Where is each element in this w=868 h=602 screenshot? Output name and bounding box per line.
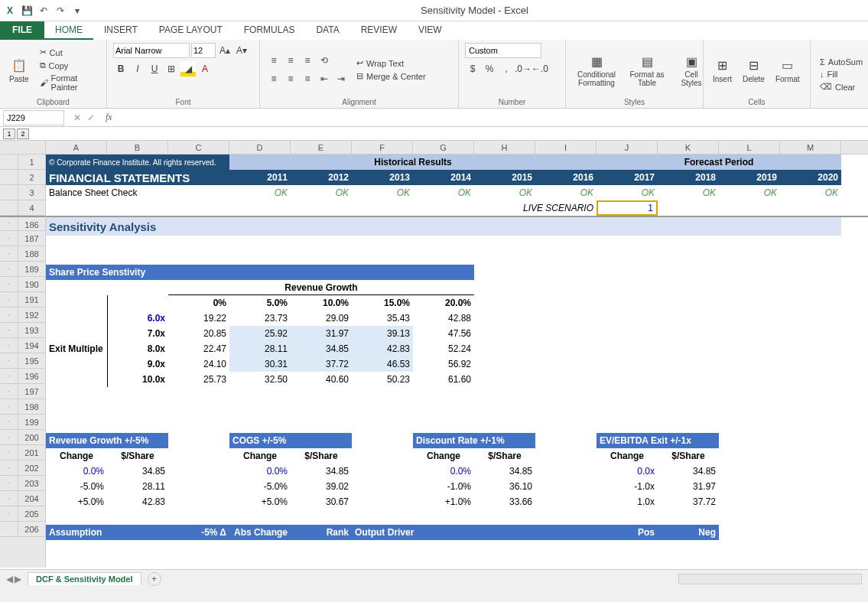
row-header[interactable]: ·189 bbox=[0, 262, 45, 277]
cell[interactable] bbox=[474, 265, 841, 280]
cell[interactable]: OK bbox=[474, 185, 535, 200]
cell[interactable]: $/Share bbox=[291, 448, 352, 464]
cell[interactable]: 46.53 bbox=[352, 356, 413, 372]
row-header[interactable]: 206 bbox=[0, 522, 45, 537]
indent-inc-button[interactable]: ⇥ bbox=[333, 71, 349, 86]
row-header[interactable]: ·197 bbox=[0, 384, 45, 399]
cell[interactable]: 52.24 bbox=[413, 341, 474, 356]
cell[interactable]: +5.0% bbox=[229, 494, 291, 509]
cell[interactable]: Change bbox=[597, 448, 658, 464]
cell[interactable] bbox=[658, 200, 841, 216]
cell[interactable]: 19.22 bbox=[168, 311, 229, 326]
cell[interactable]: OK bbox=[413, 185, 474, 200]
cell[interactable] bbox=[46, 326, 107, 341]
cell[interactable]: 39.13 bbox=[352, 326, 413, 341]
cell[interactable] bbox=[46, 356, 107, 372]
save-icon[interactable]: 💾 bbox=[20, 4, 34, 18]
cell[interactable] bbox=[474, 356, 841, 372]
cell[interactable]: FINANCIAL STATEMENTS bbox=[46, 170, 229, 185]
row-header[interactable]: ·192 bbox=[0, 308, 45, 323]
cell[interactable] bbox=[168, 464, 229, 479]
cell[interactable]: Revenue Growth +/-5% bbox=[46, 433, 168, 448]
percent-button[interactable]: % bbox=[482, 61, 497, 76]
cell[interactable]: 6.0x bbox=[107, 311, 168, 326]
cell[interactable]: 0.0x bbox=[597, 464, 658, 479]
shrink-font-button[interactable]: A▾ bbox=[234, 43, 249, 58]
cell[interactable] bbox=[352, 433, 413, 448]
add-sheet-button[interactable]: + bbox=[148, 572, 161, 586]
indent-dec-button[interactable]: ⇤ bbox=[317, 71, 332, 86]
spreadsheet-grid[interactable]: A B C D E F G H I J K L M 1234·186·187·1… bbox=[0, 141, 868, 569]
cell[interactable]: OK bbox=[229, 185, 291, 200]
autosum-button[interactable]: ΣAutoSum bbox=[817, 57, 866, 67]
cell[interactable]: Exit Multiple bbox=[46, 341, 107, 356]
cell[interactable]: 2019 bbox=[719, 170, 780, 185]
row-header[interactable]: ·188 bbox=[0, 246, 45, 262]
cell[interactable] bbox=[352, 479, 413, 494]
col-header[interactable]: H bbox=[474, 141, 535, 154]
align-right-button[interactable]: ≡ bbox=[300, 71, 315, 86]
cell[interactable]: 2018 bbox=[658, 170, 719, 185]
cell[interactable]: OK bbox=[597, 185, 658, 200]
cell[interactable]: Discount Rate +/-1% bbox=[413, 433, 535, 448]
cell[interactable]: LIVE SCENARIO bbox=[474, 200, 597, 216]
cell[interactable]: Output Driver bbox=[352, 525, 474, 540]
cell[interactable] bbox=[474, 525, 597, 540]
col-header[interactable]: I bbox=[535, 141, 597, 154]
cell[interactable]: © Corporate Finance Institute. All right… bbox=[46, 155, 229, 170]
row-header[interactable]: ·202 bbox=[0, 460, 45, 476]
cell[interactable]: 10.0% bbox=[291, 295, 352, 311]
align-left-button[interactable]: ≡ bbox=[266, 71, 281, 86]
cell[interactable]: -1.0% bbox=[413, 479, 474, 494]
cell[interactable] bbox=[352, 494, 413, 509]
cell[interactable]: 34.85 bbox=[474, 464, 535, 479]
cell[interactable]: -5.0% bbox=[46, 479, 107, 494]
cell[interactable]: 25.92 bbox=[229, 326, 291, 341]
cell[interactable]: 31.97 bbox=[291, 326, 352, 341]
cell[interactable]: 20.0% bbox=[413, 295, 474, 311]
col-header[interactable]: M bbox=[780, 141, 841, 154]
row-header[interactable]: ·196 bbox=[0, 369, 45, 384]
cell[interactable]: 2020 bbox=[780, 170, 841, 185]
clear-button[interactable]: ⌫Clear bbox=[817, 81, 866, 93]
comma-button[interactable]: , bbox=[499, 61, 514, 76]
row-header[interactable]: ·201 bbox=[0, 445, 45, 460]
cell[interactable]: +1.0% bbox=[413, 494, 474, 509]
tab-nav-next-icon[interactable]: ▶ bbox=[15, 574, 21, 584]
cell[interactable] bbox=[719, 494, 841, 509]
conditional-formatting-button[interactable]: ▦Conditional Formatting bbox=[572, 50, 621, 89]
cell[interactable] bbox=[168, 479, 229, 494]
paste-button[interactable]: 📋 Paste bbox=[6, 55, 32, 85]
cell[interactable]: -5.0% bbox=[229, 479, 291, 494]
row-header[interactable]: ·199 bbox=[0, 415, 45, 430]
cell[interactable]: $/Share bbox=[107, 448, 168, 464]
align-middle-button[interactable]: ≡ bbox=[283, 53, 298, 68]
row-header[interactable]: ·191 bbox=[0, 292, 45, 308]
cell[interactable]: 29.09 bbox=[291, 311, 352, 326]
cell[interactable]: 40.60 bbox=[291, 372, 352, 387]
row-header[interactable]: ·194 bbox=[0, 338, 45, 353]
cell[interactable]: Share Price Senstivity bbox=[46, 265, 474, 280]
cell[interactable]: 2014 bbox=[413, 170, 474, 185]
cell[interactable]: Change bbox=[46, 448, 107, 464]
cell[interactable] bbox=[107, 295, 168, 311]
cell[interactable] bbox=[46, 200, 474, 216]
tab-view[interactable]: VIEW bbox=[408, 21, 453, 40]
cell[interactable]: EV/EBITDA Exit +/-1x bbox=[597, 433, 719, 448]
tab-pagelayout[interactable]: PAGE LAYOUT bbox=[148, 21, 233, 40]
cell[interactable] bbox=[168, 433, 229, 448]
name-box[interactable] bbox=[3, 110, 64, 125]
cell[interactable]: 2011 bbox=[229, 170, 291, 185]
cell[interactable] bbox=[474, 311, 841, 326]
cell[interactable] bbox=[46, 372, 107, 387]
cell[interactable]: Change bbox=[413, 448, 474, 464]
row-header[interactable]: ·203 bbox=[0, 476, 45, 491]
cell[interactable]: -1.0x bbox=[597, 479, 658, 494]
cell[interactable]: Historical Results bbox=[291, 155, 535, 170]
cell[interactable] bbox=[719, 525, 841, 540]
cell[interactable]: 1 bbox=[597, 200, 658, 216]
tab-review[interactable]: REVIEW bbox=[350, 21, 408, 40]
undo-icon[interactable]: ↶ bbox=[37, 4, 50, 18]
cell[interactable]: 2013 bbox=[352, 170, 413, 185]
cell[interactable] bbox=[719, 464, 841, 479]
